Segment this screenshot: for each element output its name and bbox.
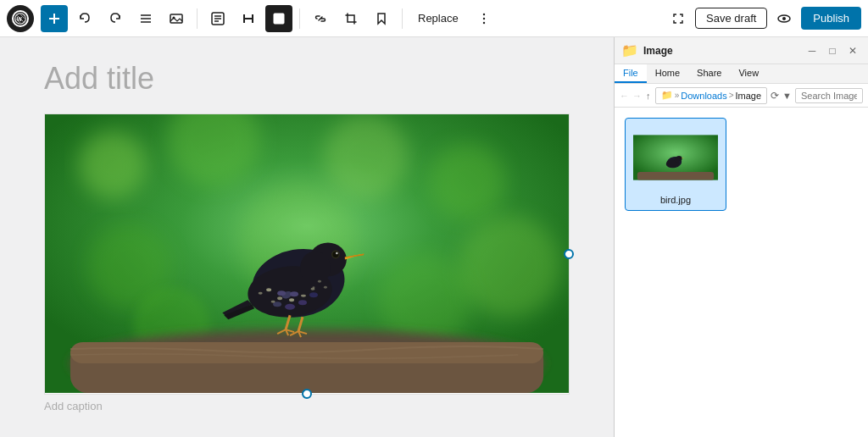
bird-image-svg: [45, 114, 569, 393]
publish-button[interactable]: Publish: [801, 7, 861, 30]
redo-icon: [108, 12, 122, 25]
resize-handle-right[interactable]: [564, 249, 574, 259]
file-explorer-panel: 📁 Image ─ □ ✕ File Home Share View ← → ↑…: [614, 37, 868, 437]
explorer-files-grid: bird.jpg: [615, 108, 868, 437]
heading-icon: [242, 12, 255, 25]
ribbon-tab-view[interactable]: View: [730, 64, 767, 83]
address-path[interactable]: 📁 » Downloads > Image: [655, 87, 767, 104]
folder-breadcrumb-icon: 📁: [661, 90, 673, 101]
svg-point-38: [277, 290, 286, 296]
breadcrumb-image[interactable]: Image: [736, 91, 762, 101]
file-thumbnail-bird: [633, 124, 718, 191]
svg-point-35: [285, 304, 295, 310]
svg-point-19: [79, 131, 147, 199]
folder-icon: 📁: [621, 42, 638, 58]
nav-forward-button[interactable]: →: [632, 88, 642, 103]
heading-button[interactable]: [235, 5, 262, 32]
path-chevron-2: >: [729, 91, 734, 100]
svg-point-39: [290, 291, 298, 296]
explorer-window-controls: ─ □ ✕: [804, 42, 861, 59]
save-draft-button[interactable]: Save draft: [695, 8, 767, 29]
more-options-button[interactable]: [470, 5, 498, 32]
undo-icon: [78, 12, 92, 25]
undo-button[interactable]: [71, 5, 98, 32]
file-name-bird: bird.jpg: [660, 195, 691, 205]
plus-icon: [47, 12, 61, 25]
image-block[interactable]: [44, 113, 570, 395]
toolbar-divider-1: [197, 8, 198, 29]
nav-back-button[interactable]: ←: [620, 88, 629, 103]
explorer-title: Image: [643, 45, 798, 57]
breadcrumb-downloads[interactable]: Downloads: [681, 91, 726, 101]
address-expand-button[interactable]: ▼: [782, 88, 792, 103]
svg-point-22: [430, 144, 506, 220]
search-input[interactable]: [795, 88, 863, 103]
svg-point-36: [298, 300, 307, 305]
explorer-address-bar: ← → ↑ 📁 » Downloads > Image ⟳ ▼: [615, 84, 868, 108]
refresh-button[interactable]: ⟳: [771, 88, 779, 103]
svg-point-44: [310, 288, 314, 290]
svg-point-49: [332, 252, 338, 257]
close-button[interactable]: ✕: [844, 42, 861, 59]
bird-image-container: [45, 114, 569, 394]
svg-point-50: [336, 252, 337, 254]
main-toolbar: W: [0, 0, 868, 37]
explorer-title-bar: 📁 Image ─ □ ✕: [615, 37, 868, 64]
svg-point-46: [271, 301, 275, 303]
svg-point-15: [483, 21, 485, 23]
post-title[interactable]: Add title: [44, 58, 570, 100]
svg-point-14: [483, 17, 485, 19]
image-icon: [170, 12, 183, 25]
bookmark-icon: [375, 12, 388, 25]
svg-rect-64: [637, 172, 714, 180]
wp-logo-icon: W: [14, 13, 26, 25]
path-chevron-1: »: [675, 91, 680, 100]
ribbon-tab-home[interactable]: Home: [647, 64, 688, 83]
svg-point-51: [300, 251, 331, 285]
svg-point-23: [459, 216, 560, 318]
svg-point-37: [309, 292, 318, 297]
svg-point-70: [675, 158, 680, 163]
redo-button[interactable]: [102, 5, 129, 32]
link-icon: [314, 12, 327, 25]
main-area: Add title: [0, 37, 868, 437]
add-block-button[interactable]: [41, 5, 68, 32]
text-style-icon: [211, 12, 225, 25]
link-button[interactable]: [307, 5, 334, 32]
editor-area: Add title: [0, 37, 614, 437]
maximize-button[interactable]: □: [824, 42, 841, 59]
text-style-button[interactable]: [204, 5, 231, 32]
svg-point-41: [277, 296, 282, 300]
svg-point-40: [266, 288, 271, 291]
crop-icon: [344, 12, 358, 25]
crop-button[interactable]: [337, 5, 364, 32]
svg-point-68: [680, 157, 682, 158]
bookmark-button[interactable]: [368, 5, 395, 32]
svg-rect-5: [170, 14, 182, 23]
view-button[interactable]: [771, 5, 798, 32]
distraction-free-icon: [671, 12, 685, 25]
list-view-button[interactable]: [132, 5, 159, 32]
distraction-free-button[interactable]: [665, 5, 692, 32]
svg-point-42: [289, 298, 294, 301]
minimize-button[interactable]: ─: [804, 42, 821, 59]
resize-handle-bottom[interactable]: [302, 389, 312, 399]
block-type-icon: [272, 12, 286, 25]
svg-point-21: [324, 114, 409, 199]
replace-button[interactable]: Replace: [409, 8, 467, 28]
block-type-button[interactable]: [265, 5, 292, 32]
svg-text:W: W: [17, 15, 22, 21]
wp-logo[interactable]: W: [7, 5, 34, 32]
file-item-bird[interactable]: bird.jpg: [625, 118, 726, 211]
insert-image-button[interactable]: [163, 5, 190, 32]
nav-up-button[interactable]: ↑: [645, 88, 652, 103]
ribbon-tab-share[interactable]: Share: [688, 64, 730, 83]
view-icon: [777, 12, 791, 25]
toolbar-divider-3: [402, 8, 403, 29]
list-view-icon: [139, 12, 153, 25]
ribbon-tab-file[interactable]: File: [615, 64, 647, 83]
svg-point-13: [483, 13, 485, 14]
toolbar-divider-2: [299, 8, 300, 29]
editor-content: Add title: [44, 58, 570, 417]
explorer-ribbon: File Home Share View: [615, 64, 868, 84]
